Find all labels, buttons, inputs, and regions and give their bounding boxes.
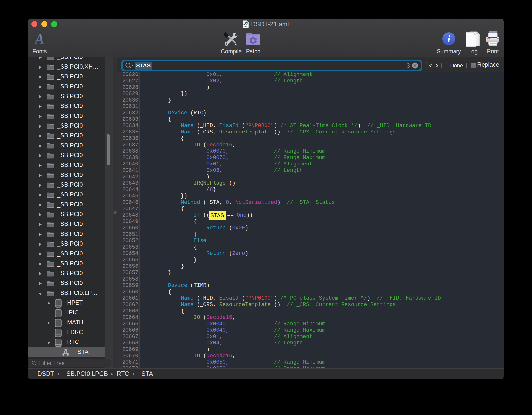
svg-text:AML: AML	[244, 26, 248, 27]
svg-text:i: i	[447, 33, 450, 44]
